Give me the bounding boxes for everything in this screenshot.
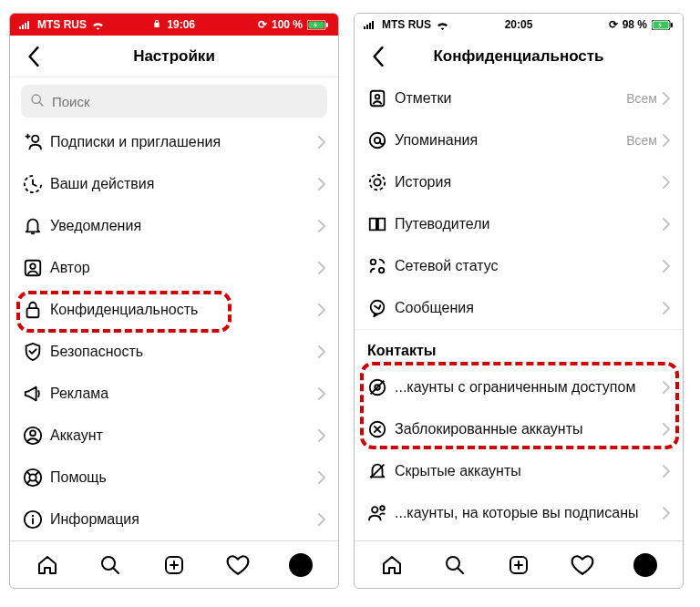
chevron-right-icon <box>663 507 670 520</box>
author-icon <box>23 258 50 278</box>
status-icon <box>367 256 395 276</box>
list-item[interactable]: Подписки и приглашения <box>10 121 338 163</box>
row-label: Сообщения <box>395 300 663 316</box>
row-label: ...каунты, на которые вы подписаны <box>395 505 663 521</box>
list-item[interactable]: История <box>355 161 683 203</box>
info-icon <box>23 509 50 530</box>
svg-rect-3 <box>27 21 29 29</box>
person-plus-icon <box>23 132 50 152</box>
list-item[interactable]: Заблокированные аккаунты <box>355 408 683 450</box>
tab-profile[interactable] <box>625 545 665 585</box>
row-label: Автор <box>50 260 318 276</box>
restricted-icon <box>367 377 395 397</box>
row-label: Безопасность <box>50 344 318 360</box>
list-item[interactable]: Аккаунт <box>10 415 338 457</box>
back-button[interactable] <box>360 36 396 77</box>
mention-icon <box>367 130 395 150</box>
profile-avatar <box>633 553 657 577</box>
battery-percent: 98 % <box>623 18 647 31</box>
row-value: Всем <box>626 91 657 106</box>
megaphone-icon <box>23 384 50 404</box>
tag-icon <box>367 88 395 108</box>
lock-small-icon <box>153 19 160 28</box>
svg-point-43 <box>370 175 386 190</box>
svg-point-42 <box>375 138 380 143</box>
svg-point-19 <box>29 474 36 480</box>
svg-rect-1 <box>22 25 24 29</box>
carrier-label: MTS RUS <box>382 18 431 31</box>
clock-label: 20:05 <box>505 18 533 31</box>
svg-rect-6 <box>326 23 328 27</box>
svg-point-41 <box>370 133 386 149</box>
chevron-right-icon <box>318 429 325 442</box>
tab-home[interactable] <box>27 545 67 585</box>
list-item[interactable]: Уведомления <box>10 205 338 247</box>
nav-header: Настройки <box>10 36 338 77</box>
chevron-right-icon <box>663 176 670 189</box>
activity-icon <box>23 174 50 194</box>
battery-icon <box>652 20 674 30</box>
page-title: Конфиденциальность <box>433 47 603 66</box>
profile-avatar <box>289 553 313 577</box>
row-label: Помощь <box>50 469 318 486</box>
svg-point-25 <box>32 515 34 517</box>
tab-search[interactable] <box>435 545 475 585</box>
svg-line-8 <box>39 102 43 106</box>
svg-point-14 <box>30 263 36 269</box>
list-item[interactable]: Скрытые аккаунты <box>355 450 683 492</box>
list-item[interactable]: Сообщения <box>355 287 683 329</box>
row-label: Отметки <box>395 90 626 107</box>
status-bar: MTS RUS 19:06 ⟳ 100 % <box>10 14 338 36</box>
back-button[interactable] <box>15 36 52 77</box>
svg-rect-15 <box>27 308 39 317</box>
svg-point-17 <box>30 430 36 436</box>
tab-home[interactable] <box>372 545 412 585</box>
svg-point-40 <box>376 95 380 99</box>
phone-left: MTS RUS 19:06 ⟳ 100 % Настройки <box>9 13 339 589</box>
tab-activity[interactable] <box>218 545 258 585</box>
following-icon <box>367 503 395 523</box>
row-label: Сетевой статус <box>395 258 663 274</box>
help-icon <box>23 468 50 488</box>
row-label: Уведомления <box>50 218 318 234</box>
tab-new-post[interactable] <box>154 545 194 585</box>
list-item[interactable]: ОтметкиВсем <box>355 77 683 119</box>
row-label: Путеводители <box>395 216 663 232</box>
tab-profile[interactable] <box>281 545 321 585</box>
list-item[interactable]: Информация <box>10 499 338 540</box>
list-item[interactable]: Конфиденциальность <box>10 289 338 331</box>
list-item[interactable]: Сетевой статус <box>355 245 683 287</box>
chevron-right-icon <box>318 471 325 484</box>
chevron-right-icon <box>663 465 670 478</box>
search-box[interactable] <box>21 85 327 118</box>
list-item[interactable]: Безопасность <box>10 331 338 373</box>
status-bar: MTS RUS 20:05 ⟳ 98 % <box>355 14 683 36</box>
settings-list: Подписки и приглашенияВаши действияУведо… <box>10 121 338 540</box>
list-item[interactable]: Ваши действия <box>10 163 338 205</box>
row-label: Заблокированные аккаунты <box>395 421 663 437</box>
muted-icon <box>367 461 395 481</box>
chevron-right-icon <box>663 92 670 105</box>
list-item[interactable]: Реклама <box>10 373 338 415</box>
chevron-right-icon <box>663 302 670 314</box>
chevron-right-icon <box>318 304 325 316</box>
shield-icon <box>23 342 50 362</box>
list-item[interactable]: Помощь <box>10 457 338 499</box>
svg-rect-2 <box>25 23 26 29</box>
list-item[interactable]: Автор <box>10 247 338 289</box>
search-input[interactable] <box>52 94 318 109</box>
tab-activity[interactable] <box>562 545 602 585</box>
tab-search[interactable] <box>90 545 130 585</box>
list-item[interactable]: ...каунты с ограниченным доступом <box>355 366 683 408</box>
svg-point-47 <box>379 268 385 273</box>
list-item[interactable]: УпоминанияВсем <box>355 119 683 161</box>
chevron-right-icon <box>663 218 670 231</box>
list-item[interactable]: ...каунты, на которые вы подписаны <box>355 492 683 534</box>
tab-new-post[interactable] <box>499 545 539 585</box>
svg-rect-0 <box>19 26 21 29</box>
bell-icon <box>23 216 50 236</box>
phone-right: MTS RUS 20:05 ⟳ 98 % Конфиденциальность … <box>354 13 684 589</box>
page-title: Настройки <box>133 47 215 66</box>
signal-icon <box>19 20 33 29</box>
list-item[interactable]: Путеводители <box>355 203 683 245</box>
